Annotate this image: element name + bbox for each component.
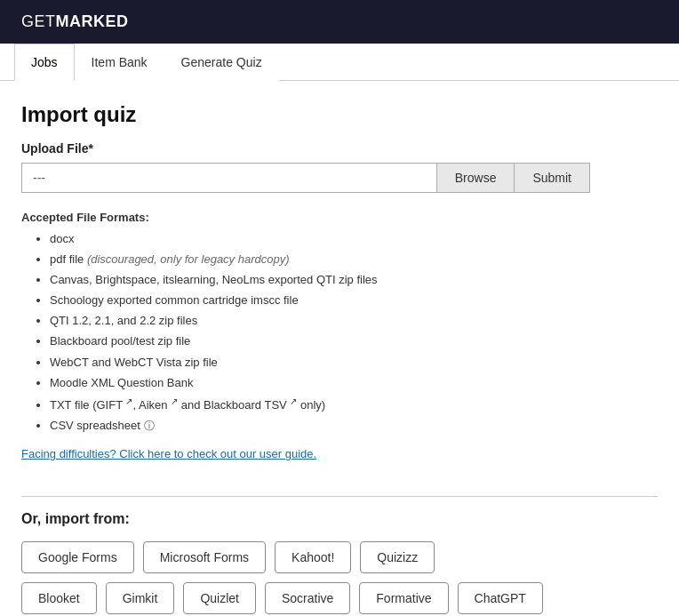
list-item: TXT file (GIFT ↗, Aiken ↗ and Blackboard… xyxy=(50,394,658,415)
tsv-ext-icon: ↗ xyxy=(290,396,297,406)
import-socrative[interactable]: Socrative xyxy=(265,582,350,614)
app-logo: GETMARKED xyxy=(21,12,129,31)
user-guide-link[interactable]: Facing difficulties? Click here to check… xyxy=(21,447,316,460)
list-item: CSV spreadsheet ⓘ xyxy=(50,416,658,436)
list-item: pdf file (discouraged, only for legacy h… xyxy=(50,250,658,269)
import-buttons-row: Google Forms Microsoft Forms Kahoot! Qui… xyxy=(21,541,658,573)
import-formative[interactable]: Formative xyxy=(359,582,448,614)
import-chatgpt[interactable]: ChatGPT xyxy=(458,582,543,614)
page-title: Import quiz xyxy=(21,102,658,127)
list-item: docx xyxy=(50,229,658,249)
file-name-display: --- xyxy=(22,164,436,192)
list-item: Schoology exported common cartridge imsc… xyxy=(50,291,658,310)
app-header: GETMARKED xyxy=(0,0,679,44)
logo-get: GET xyxy=(21,12,56,30)
pdf-note: (discouraged, only for legacy hardcopy) xyxy=(87,252,290,266)
tab-generate-quiz[interactable]: Generate Quiz xyxy=(164,44,279,81)
import-google-forms[interactable]: Google Forms xyxy=(21,541,134,573)
divider xyxy=(21,496,658,497)
upload-file-label: Upload File* xyxy=(21,141,658,156)
gift-ext-icon: ↗ xyxy=(125,396,132,406)
list-item: QTI 1.2, 2.1, and 2.2 zip files xyxy=(50,311,658,331)
file-upload-row: --- Browse Submit xyxy=(21,163,590,193)
import-buttons-row-2: Blooket Gimkit Quizlet Socrative Formati… xyxy=(21,582,658,614)
list-item: Moodle XML Question Bank xyxy=(50,373,658,393)
main-content: Import quiz Upload File* --- Browse Subm… xyxy=(0,81,679,616)
main-tabs: Jobs Item Bank Generate Quiz xyxy=(0,44,679,81)
logo-marked: MARKED xyxy=(56,12,129,30)
import-gimkit[interactable]: Gimkit xyxy=(106,582,175,614)
csv-info-icon: ⓘ xyxy=(144,420,155,432)
browse-button[interactable]: Browse xyxy=(436,164,515,192)
import-microsoft-forms[interactable]: Microsoft Forms xyxy=(143,541,266,573)
list-item: WebCT and WebCT Vista zip file xyxy=(50,353,658,372)
formats-list: docx pdf file (discouraged, only for leg… xyxy=(21,229,658,436)
accepted-formats-label: Accepted File Formats: xyxy=(21,211,658,224)
or-import-label: Or, import from: xyxy=(21,511,658,527)
aiken-ext-icon: ↗ xyxy=(171,396,178,406)
tab-jobs[interactable]: Jobs xyxy=(14,44,75,81)
submit-button[interactable]: Submit xyxy=(514,164,589,192)
import-blooket[interactable]: Blooket xyxy=(21,582,97,614)
tab-item-bank[interactable]: Item Bank xyxy=(75,44,164,81)
list-item: Blackboard pool/test zip file xyxy=(50,332,658,351)
import-kahoot[interactable]: Kahoot! xyxy=(275,541,351,573)
import-quizizz[interactable]: Quizizz xyxy=(360,541,435,573)
list-item: Canvas, Brightspace, itslearning, NeoLms… xyxy=(50,270,658,290)
import-quizlet[interactable]: Quizlet xyxy=(183,582,256,614)
